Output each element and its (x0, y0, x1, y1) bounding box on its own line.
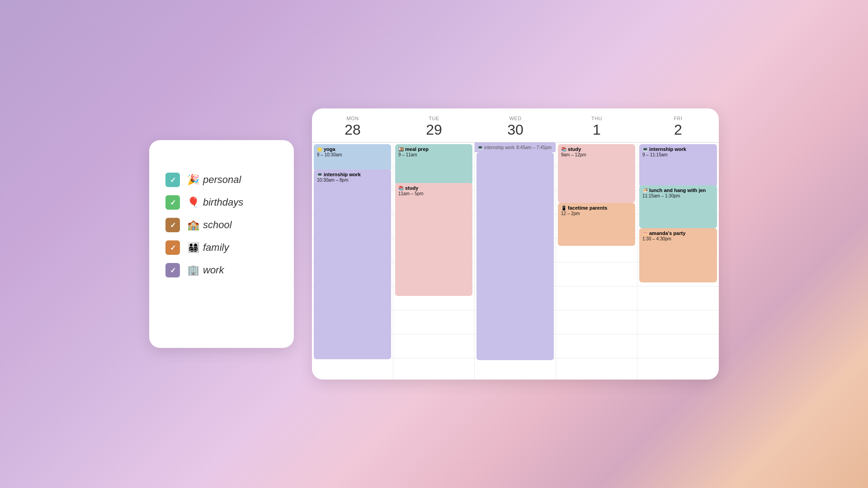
checkbox-work[interactable]: ✓ (165, 263, 180, 277)
checkbox-personal[interactable]: ✓ (165, 173, 180, 187)
cal-column-mon: 🌟 yoga 9 – 10:30am 💻 internship work 10:… (312, 142, 393, 380)
event-internship-work-mon[interactable]: 💻 internship work 10:30am – 8pm (314, 169, 391, 359)
calendar-label-school: 🏫 school (187, 219, 232, 231)
event-amanda's-party-fri[interactable]: 🎂 amanda's party 1:30 – 4:30pm (639, 228, 717, 282)
checkbox-birthdays[interactable]: ✓ (165, 195, 180, 210)
calendar-header: MON 28 TUE 29 WED 30 THU 1 FRI 2 (312, 108, 719, 142)
event-study-tue[interactable]: 📚 study 11am – 5pm (395, 183, 472, 296)
event-facetime-parents-thu[interactable]: 📱 facetime parents 12 – 2pm (558, 203, 635, 246)
cal-column-wed: 💻 internship work 8:45am – 7:45pm (475, 142, 556, 380)
day-header-thu: THU 1 (556, 116, 637, 138)
calendar-label-work: 🏢 work (187, 264, 224, 276)
cal-column-fri: 💻 internship work 9 – 11:15am 🍜 lunch an… (637, 142, 719, 380)
calendar-item-family[interactable]: ✓ 👨‍👩‍👧‍👦 family (165, 240, 278, 255)
day-header-tue: TUE 29 (393, 116, 475, 138)
event-internship-work-fri[interactable]: 💻 internship work 9 – 11:15am (639, 144, 717, 187)
event-lunch-and-hang-with-jen-fri[interactable]: 🍜 lunch and hang with jen 11:15am – 1:30… (639, 185, 717, 228)
event-study-thu[interactable]: 📚 study 9am – 12pm (558, 144, 635, 203)
event-meal-prep-tue[interactable]: 🍱 meal prep 9 – 11am (395, 144, 472, 185)
calendar-list: ✓ 🎉 personal ✓ 🎈 birthdays ✓ 🏫 school ✓ … (165, 173, 278, 277)
event-internship-work-wed[interactable] (476, 152, 554, 360)
cal-column-thu: 📚 study 9am – 12pm 📱 facetime parents 12… (556, 142, 637, 380)
day-header-fri: FRI 2 (637, 116, 719, 138)
sidebar: ✓ 🎉 personal ✓ 🎈 birthdays ✓ 🏫 school ✓ … (149, 140, 294, 348)
calendar-label-family: 👨‍👩‍👧‍👦 family (187, 242, 229, 253)
checkbox-school[interactable]: ✓ (165, 218, 180, 232)
calendar-label-personal: 🎉 personal (187, 174, 241, 186)
calendar-item-work[interactable]: ✓ 🏢 work (165, 263, 278, 277)
cal-column-tue: 🍱 meal prep 9 – 11am 📚 study 11am – 5pm (393, 142, 475, 380)
calendar-item-school[interactable]: ✓ 🏫 school (165, 218, 278, 232)
day-header-mon: MON 28 (312, 116, 393, 138)
calendar-body: 🌟 yoga 9 – 10:30am 💻 internship work 10:… (312, 142, 719, 380)
event-yoga-mon[interactable]: 🌟 yoga 9 – 10:30am (314, 144, 391, 171)
calendar-panel: MON 28 TUE 29 WED 30 THU 1 FRI 2 🌟 yoga … (312, 108, 719, 380)
checkbox-family[interactable]: ✓ (165, 240, 180, 255)
calendar-label-birthdays: 🎈 birthdays (187, 197, 243, 208)
calendar-item-birthdays[interactable]: ✓ 🎈 birthdays (165, 195, 278, 210)
day-header-wed: WED 30 (475, 116, 556, 138)
event-multiday-internship-wed[interactable]: 💻 internship work 8:45am – 7:45pm (475, 142, 556, 152)
calendar-item-personal[interactable]: ✓ 🎉 personal (165, 173, 278, 187)
